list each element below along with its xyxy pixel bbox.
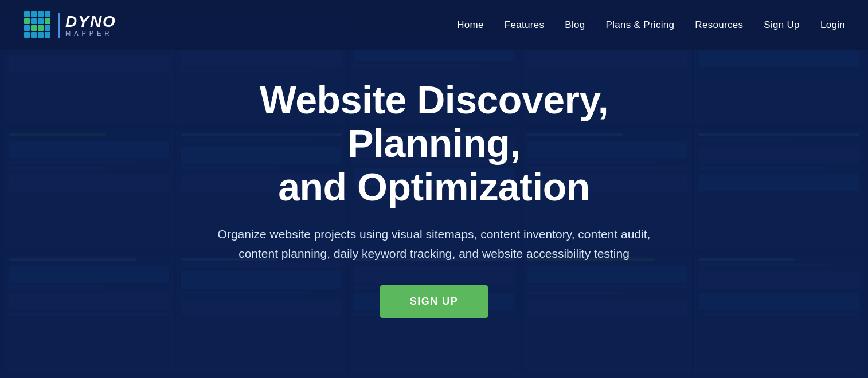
nav-link-plans-pricing[interactable]: Plans & Pricing xyxy=(606,19,675,30)
svg-rect-12 xyxy=(45,25,50,31)
hero-title-line1: Website Discovery, Planning, xyxy=(260,78,608,165)
svg-rect-11 xyxy=(38,25,44,31)
hero-title-line2: and Optimization xyxy=(278,165,590,208)
cta-signup-button[interactable]: SIGN UP xyxy=(380,285,488,318)
svg-rect-10 xyxy=(31,25,37,31)
svg-rect-16 xyxy=(45,32,50,38)
nav-link-blog[interactable]: Blog xyxy=(565,19,585,30)
logo-text: DYNO MAPPER xyxy=(65,14,116,37)
nav-link-resources[interactable]: Resources xyxy=(695,19,743,30)
svg-rect-13 xyxy=(24,32,30,38)
svg-rect-14 xyxy=(31,32,37,38)
svg-rect-15 xyxy=(38,32,44,38)
nav-item-blog[interactable]: Blog xyxy=(565,19,585,31)
svg-rect-1 xyxy=(24,11,30,17)
svg-rect-5 xyxy=(24,18,30,24)
hero-content: Website Discovery, Planning, and Optimiz… xyxy=(162,50,706,318)
nav-item-login[interactable]: Login xyxy=(820,19,845,31)
nav-link-signup[interactable]: Sign Up xyxy=(764,19,800,30)
nav-link-features[interactable]: Features xyxy=(505,19,545,30)
main-nav: DYNO MAPPER Home Features Blog Plans & P… xyxy=(0,0,868,50)
logo-brand-sub: MAPPER xyxy=(65,30,116,37)
logo[interactable]: DYNO MAPPER xyxy=(23,10,116,40)
nav-link-home[interactable]: Home xyxy=(457,19,484,30)
hero-title: Website Discovery, Planning, and Optimiz… xyxy=(185,78,683,208)
logo-icon xyxy=(23,10,53,40)
svg-rect-8 xyxy=(45,18,50,24)
nav-item-resources[interactable]: Resources xyxy=(695,19,743,31)
hero-section: DYNO MAPPER Home Features Blog Plans & P… xyxy=(0,0,868,378)
nav-item-plans-pricing[interactable]: Plans & Pricing xyxy=(606,19,675,31)
svg-rect-3 xyxy=(38,11,44,17)
svg-rect-2 xyxy=(31,11,37,17)
svg-rect-7 xyxy=(38,18,44,24)
nav-item-home[interactable]: Home xyxy=(457,19,484,31)
nav-link-login[interactable]: Login xyxy=(820,19,845,30)
nav-item-features[interactable]: Features xyxy=(505,19,545,31)
nav-item-signup[interactable]: Sign Up xyxy=(764,19,800,31)
hero-subtitle: Organize website projects using visual s… xyxy=(199,225,669,263)
nav-links: Home Features Blog Plans & Pricing Resou… xyxy=(457,19,845,31)
svg-rect-4 xyxy=(45,11,50,17)
svg-rect-6 xyxy=(31,18,37,24)
svg-rect-9 xyxy=(24,25,30,31)
logo-brand-name: DYNO xyxy=(65,14,116,30)
logo-divider xyxy=(58,13,60,38)
